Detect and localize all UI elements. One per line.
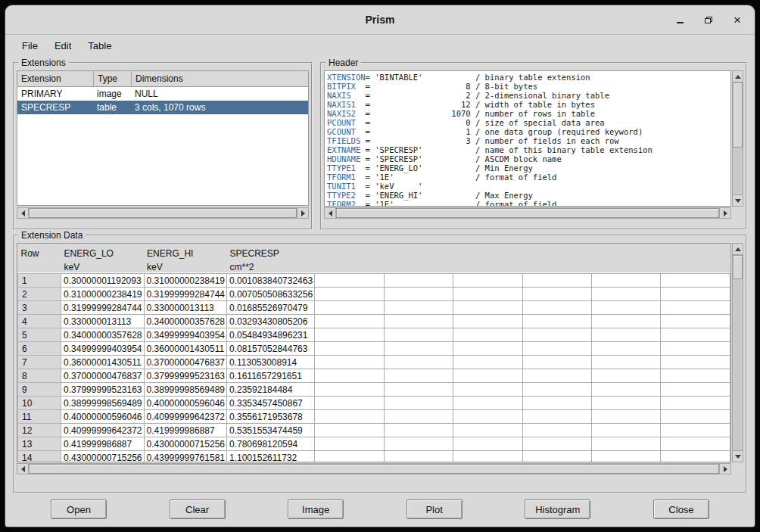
cell-energ-lo[interactable]: 0.419999986887 [61, 437, 144, 451]
cell-empty[interactable] [592, 437, 661, 451]
cell-empty[interactable] [384, 383, 453, 397]
cell-empty[interactable] [453, 342, 522, 356]
cell-empty[interactable] [315, 301, 384, 315]
scrollbar-track[interactable] [336, 208, 719, 218]
cell-empty[interactable] [661, 451, 730, 463]
clear-button[interactable]: Clear [170, 499, 226, 519]
cell-energ-hi[interactable]: 0.43999999761581 [144, 451, 226, 463]
scrollbar-track[interactable] [29, 208, 297, 218]
cell-empty[interactable] [453, 397, 522, 410]
cell-empty[interactable] [384, 315, 453, 328]
cell-empty[interactable] [453, 410, 522, 424]
cell-specresp[interactable]: 0.08157052844763 [227, 342, 315, 356]
cell-energ-hi[interactable]: 0.40999999642372 [144, 410, 226, 424]
cell-energ-hi[interactable]: 0.36000001430511 [144, 342, 226, 356]
cell-energ-hi[interactable]: 0.31999999284744 [144, 288, 226, 301]
cell-empty[interactable] [315, 424, 384, 437]
cell-empty[interactable] [592, 369, 661, 383]
cell-specresp[interactable]: 0.03293430805206 [227, 315, 315, 328]
cell-empty[interactable] [661, 369, 730, 383]
cell-empty[interactable] [384, 288, 453, 301]
scrollbar-track[interactable] [733, 255, 743, 450]
cell-empty[interactable] [453, 315, 522, 328]
cell-empty[interactable] [522, 451, 591, 463]
cell-specresp[interactable]: 1.100152611732 [227, 451, 315, 463]
cell-empty[interactable] [315, 315, 384, 328]
cell-specresp[interactable]: 0.3556171953678 [227, 410, 315, 424]
titlebar[interactable]: Prism × [5, 5, 755, 35]
scrollbar-thumb[interactable] [29, 208, 297, 218]
cell-empty[interactable] [384, 274, 453, 288]
cell-empty[interactable] [661, 301, 730, 315]
fits-header-text[interactable]: XTENSION= 'BINTABLE' / binary table exte… [324, 70, 731, 207]
cell-energ-hi[interactable]: 0.37999999523163 [144, 369, 226, 383]
menu-edit[interactable]: Edit [48, 38, 77, 54]
open-button[interactable]: Open [51, 499, 107, 519]
cell-empty[interactable] [315, 397, 384, 410]
cell-empty[interactable] [522, 315, 591, 328]
cell-energ-lo[interactable]: 0.40000000596046 [61, 410, 144, 424]
cell-empty[interactable] [522, 383, 591, 397]
cell-empty[interactable] [384, 328, 453, 342]
cell-empty[interactable] [315, 356, 384, 369]
scroll-up-arrow-icon[interactable] [733, 244, 743, 255]
cell-empty[interactable] [592, 315, 661, 328]
cell-empty[interactable] [661, 342, 730, 356]
cell-empty[interactable] [453, 301, 522, 315]
close-button[interactable]: × [730, 13, 744, 26]
cell-empty[interactable] [592, 301, 661, 315]
cell-specresp[interactable]: 0.01685526970479 [227, 301, 315, 315]
scrollbar-thumb[interactable] [29, 464, 719, 474]
cell-empty[interactable] [453, 356, 522, 369]
cell-empty[interactable] [661, 356, 730, 369]
cell-empty[interactable] [592, 424, 661, 437]
cell-empty[interactable] [315, 274, 384, 288]
cell-empty[interactable] [453, 437, 522, 451]
scroll-up-arrow-icon[interactable] [733, 71, 743, 82]
cell-energ-hi[interactable]: 0.34000000357628 [144, 315, 226, 328]
cell-energ-lo[interactable]: 0.330000013113 [61, 315, 144, 328]
cell-empty[interactable] [661, 328, 730, 342]
cell-empty[interactable] [661, 274, 730, 288]
scroll-left-arrow-icon[interactable] [17, 208, 29, 218]
image-button[interactable]: Image [288, 499, 344, 519]
cell-energ-hi[interactable]: 0.37000000476837 [144, 356, 226, 369]
cell-empty[interactable] [592, 383, 661, 397]
cell-empty[interactable] [661, 410, 730, 424]
cell-empty[interactable] [453, 424, 522, 437]
scroll-right-arrow-icon[interactable] [719, 208, 730, 218]
cell-empty[interactable] [522, 397, 591, 410]
cell-empty[interactable] [315, 369, 384, 383]
cell-energ-hi[interactable]: 0.330000013113 [144, 301, 226, 315]
menu-table[interactable]: Table [82, 38, 117, 54]
scroll-down-arrow-icon[interactable] [733, 450, 743, 462]
cell-empty[interactable] [453, 369, 522, 383]
cell-specresp[interactable]: 0.780698120594 [227, 437, 315, 451]
cell-empty[interactable] [522, 424, 591, 437]
cell-empty[interactable] [522, 288, 591, 301]
cell-empty[interactable] [661, 288, 730, 301]
cell-specresp[interactable]: 0.3353457450867 [227, 397, 315, 410]
menu-file[interactable]: File [16, 38, 44, 54]
cell-empty[interactable] [315, 288, 384, 301]
cell-empty[interactable] [384, 451, 453, 463]
cell-empty[interactable] [522, 328, 591, 342]
cell-empty[interactable] [315, 410, 384, 424]
cell-empty[interactable] [522, 356, 591, 369]
cell-energ-lo[interactable]: 0.38999998569489 [61, 397, 144, 410]
restore-button[interactable] [702, 13, 715, 26]
cell-empty[interactable] [384, 410, 453, 424]
data-vscrollbar[interactable] [732, 243, 743, 462]
cell-energ-lo[interactable]: 0.36000001430511 [61, 356, 144, 369]
data-hscrollbar[interactable] [17, 463, 731, 474]
cell-empty[interactable] [661, 424, 730, 437]
cell-empty[interactable] [384, 397, 453, 410]
extension-row-specresp[interactable]: SPECRESPtable3 cols, 1070 rows [17, 101, 308, 114]
cell-specresp[interactable]: 0.1611657291651 [227, 369, 315, 383]
cell-specresp[interactable]: 0.007050508633256 [227, 288, 315, 301]
cell-empty[interactable] [315, 342, 384, 356]
cell-empty[interactable] [453, 328, 522, 342]
cell-empty[interactable] [592, 451, 661, 463]
cell-empty[interactable] [661, 397, 730, 410]
extensions-hscrollbar[interactable] [17, 207, 309, 219]
